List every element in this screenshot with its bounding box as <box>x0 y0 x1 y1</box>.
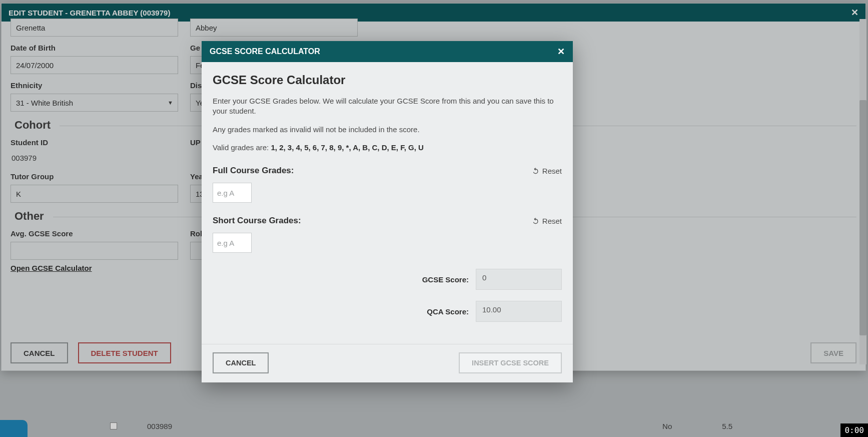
calc-intro-1: Enter your GCSE Grades below. We will ca… <box>213 96 562 117</box>
video-timestamp: 0:00 <box>840 423 868 437</box>
reset-label: Reset <box>542 217 562 225</box>
gcse-calculator-modal: GCSE SCORE CALCULATOR ✕ GCSE Score Calcu… <box>202 41 573 382</box>
reset-short-grades-button[interactable]: Reset <box>532 217 562 225</box>
calc-valid-grades: Valid grades are: 1, 2, 3, 4, 5, 6, 7, 8… <box>213 143 562 153</box>
calc-intro-2: Any grades marked as invalid will not be… <box>213 125 562 135</box>
qca-score-value: 10.00 <box>476 301 562 322</box>
gcse-score-label: GCSE Score: <box>422 275 469 284</box>
calc-valid-prefix: Valid grades are: <box>213 143 271 152</box>
close-icon[interactable]: ✕ <box>557 46 565 57</box>
short-course-grade-input[interactable] <box>213 233 252 253</box>
gcse-score-value: 0 <box>476 269 562 290</box>
full-course-label: Full Course Grades: <box>213 166 294 176</box>
calc-cancel-button[interactable]: CANCEL <box>213 352 269 373</box>
calc-valid-list: 1, 2, 3, 4, 5, 6, 7, 8, 9, *, A, B, C, D… <box>271 143 423 152</box>
reset-full-grades-button[interactable]: Reset <box>532 167 562 175</box>
refresh-icon <box>532 167 539 175</box>
refresh-icon <box>532 217 539 225</box>
full-course-grade-input[interactable] <box>213 183 252 203</box>
calc-heading: GCSE Score Calculator <box>213 73 562 87</box>
short-course-label: Short Course Grades: <box>213 216 301 226</box>
qca-score-label: QCA Score: <box>427 307 469 316</box>
insert-gcse-score-button[interactable]: INSERT GCSE SCORE <box>459 352 562 373</box>
calc-titlebar: GCSE SCORE CALCULATOR ✕ <box>202 41 573 62</box>
calc-title: GCSE SCORE CALCULATOR <box>210 47 320 56</box>
reset-label: Reset <box>542 167 562 175</box>
